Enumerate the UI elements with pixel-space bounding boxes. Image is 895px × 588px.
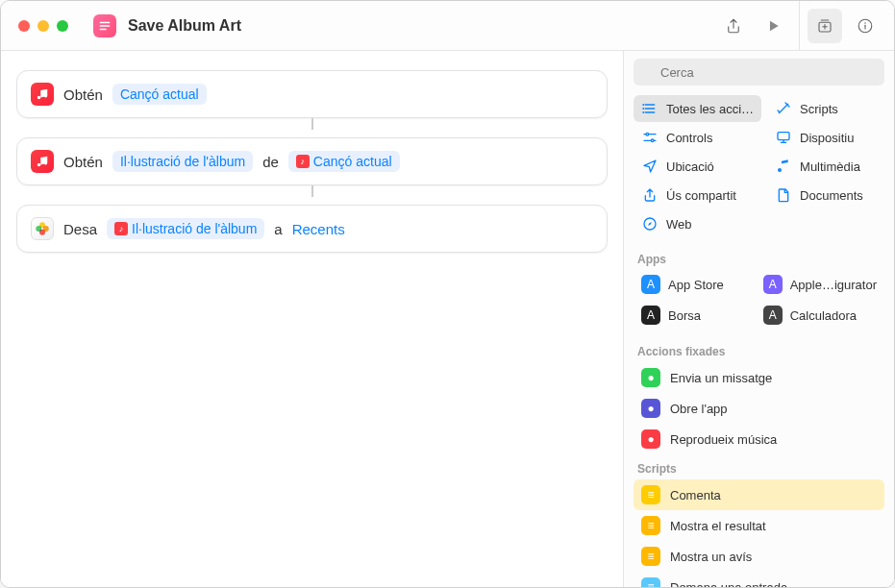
- category-label: Controls: [666, 131, 712, 145]
- app-label: Calculadora: [790, 308, 857, 323]
- pinned-list: ●Envia un missatge●Obre l'app●Reprodueix…: [624, 362, 894, 454]
- app-item[interactable]: AApple…igurator: [756, 270, 884, 299]
- app-label: Borsa: [668, 308, 701, 323]
- action-link[interactable]: Recents: [292, 221, 345, 237]
- titlebar: Save Album Art: [1, 1, 894, 51]
- run-icon[interactable]: [757, 9, 791, 43]
- wand-icon: [775, 100, 792, 117]
- action-card[interactable]: Desa ♪ Il·lustració de l'àlbum a Recents: [16, 205, 608, 253]
- action-label: Envia un missatge: [670, 371, 772, 385]
- action-token[interactable]: Il·lustració de l'àlbum: [112, 151, 253, 172]
- action-card[interactable]: Obtén Cançó actual: [16, 70, 608, 118]
- action-icon: ≡: [641, 516, 660, 535]
- action-verb: Desa: [63, 221, 97, 237]
- info-icon[interactable]: [848, 9, 883, 43]
- svg-point-14: [651, 139, 654, 142]
- section-header-apps: Apps: [624, 245, 894, 270]
- action-label: Comenta: [670, 488, 721, 502]
- category-item[interactable]: Scripts: [767, 95, 884, 122]
- action-variable-token[interactable]: ♪ Cançó actual: [288, 151, 400, 172]
- token-label: Il·lustració de l'àlbum: [132, 221, 257, 236]
- svg-point-11: [642, 108, 644, 110]
- workflow-canvas[interactable]: Obtén Cançó actual Obtén Il·lustració de…: [1, 51, 623, 587]
- category-item[interactable]: Totes les acci…: [634, 95, 761, 122]
- action-icon: ≡: [641, 577, 660, 587]
- action-label: Mostra un avís: [670, 550, 752, 564]
- category-item[interactable]: Controls: [634, 124, 761, 151]
- doc-icon: [775, 186, 792, 204]
- titlebar-divider: [799, 1, 800, 51]
- search-input[interactable]: [634, 59, 884, 86]
- category-item[interactable]: Multimèdia: [767, 153, 884, 180]
- category-label: Dispositiu: [800, 131, 854, 145]
- action-label: Obre l'app: [670, 402, 728, 416]
- apps-grid: AApp StoreAApple…iguratorABorsaACalculad…: [624, 270, 894, 337]
- share-icon: [641, 186, 659, 204]
- action-icon: ●: [641, 368, 660, 387]
- search-row: [624, 51, 894, 91]
- window-title: Save Album Art: [128, 17, 241, 35]
- app-label: App Store: [668, 278, 724, 292]
- action-icon: ●: [641, 399, 660, 418]
- window: Save Album Art Obtén Can: [0, 0, 895, 588]
- svg-rect-15: [778, 133, 789, 140]
- script-action-item[interactable]: ≡Mostra el resultat: [634, 510, 884, 541]
- token-label: Cançó actual: [313, 154, 392, 169]
- app-label: Apple…igurator: [790, 278, 877, 292]
- script-action-item[interactable]: ≡Mostra un avís: [634, 541, 884, 572]
- minimize-window-button[interactable]: [37, 20, 49, 32]
- desktop-icon: [775, 129, 792, 146]
- section-header-scripts: Scripts: [624, 454, 894, 479]
- photos-icon: [31, 217, 54, 240]
- close-window-button[interactable]: [18, 20, 30, 32]
- script-action-item[interactable]: ≡Demana una entrada: [634, 572, 884, 587]
- library-icon[interactable]: [808, 9, 842, 43]
- section-header-pinned: Accions fixades: [624, 337, 894, 362]
- action-label: Reprodueix música: [670, 432, 777, 447]
- category-item[interactable]: Ús compartit: [634, 182, 761, 208]
- svg-point-2: [864, 22, 866, 24]
- app-item[interactable]: ACalculadora: [756, 301, 884, 330]
- action-verb: Obtén: [63, 86, 103, 103]
- pinned-action-item[interactable]: ●Reprodueix música: [634, 424, 884, 454]
- list-icon: [641, 100, 659, 117]
- sliders-icon: [641, 129, 659, 146]
- action-label: Mostra el resultat: [670, 519, 766, 533]
- music-icon: [31, 83, 54, 106]
- app-item[interactable]: ABorsa: [634, 301, 750, 330]
- app-item[interactable]: AApp Store: [634, 270, 750, 299]
- svg-point-12: [642, 111, 644, 113]
- music-mini-icon: ♪: [296, 155, 310, 168]
- action-label: Demana una entrada: [670, 580, 787, 588]
- category-label: Scripts: [800, 102, 838, 116]
- action-text: de: [262, 154, 279, 170]
- category-label: Ubicació: [666, 159, 714, 174]
- action-card[interactable]: Obtén Il·lustració de l'àlbum de ♪ Cançó…: [16, 137, 608, 185]
- category-label: Ús compartit: [666, 188, 736, 203]
- action-text: a: [274, 221, 282, 237]
- music-note-icon: [775, 158, 792, 175]
- scripts-list: ≡Comenta≡Mostra el resultat≡Mostra un av…: [624, 479, 894, 587]
- svg-point-10: [642, 104, 644, 106]
- script-action-item[interactable]: ≡Comenta: [634, 479, 884, 510]
- maximize-window-button[interactable]: [57, 20, 68, 32]
- app-icon: A: [763, 306, 783, 325]
- action-token[interactable]: Cançó actual: [112, 84, 207, 105]
- app-icon: A: [763, 275, 783, 294]
- shortcut-app-icon: [93, 14, 116, 37]
- action-icon: ≡: [641, 485, 660, 504]
- category-item[interactable]: Documents: [767, 182, 884, 208]
- action-connector: [16, 185, 608, 197]
- category-item[interactable]: Web: [634, 210, 761, 237]
- category-item[interactable]: Dispositiu: [767, 124, 884, 151]
- music-mini-icon: ♪: [114, 222, 128, 235]
- share-icon[interactable]: [716, 9, 751, 43]
- category-label: Documents: [800, 188, 863, 203]
- pinned-action-item[interactable]: ●Envia un missatge: [634, 362, 884, 393]
- actions-sidebar: Totes les acci…ScriptsControlsDispositiu…: [623, 51, 894, 587]
- category-label: Totes les acci…: [666, 102, 754, 116]
- pinned-action-item[interactable]: ●Obre l'app: [634, 393, 884, 424]
- category-item[interactable]: Ubicació: [634, 153, 761, 180]
- category-label: Web: [666, 217, 692, 232]
- action-variable-token[interactable]: ♪ Il·lustració de l'àlbum: [107, 218, 264, 239]
